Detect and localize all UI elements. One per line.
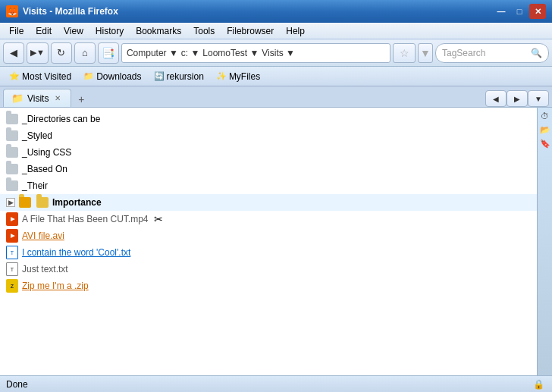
statusbar: Done 🔒 — [0, 375, 552, 392]
window-controls: — □ ✕ — [493, 4, 546, 19]
bookmark-myfiles[interactable]: ✨ MyFiles — [212, 70, 265, 83]
avi-icon: ▶ — [6, 229, 18, 243]
menu-filebrowser[interactable]: Filebrowser — [221, 24, 280, 38]
scroll-left-button[interactable]: ◀ — [485, 90, 507, 107]
folder-icon — [6, 114, 18, 124]
file-name-cool: I contain the word 'Cool'.txt — [22, 247, 130, 258]
tab-menu-button[interactable]: ▼ — [528, 90, 549, 107]
file-name: A File That Has Been CUT.mp4 — [22, 214, 149, 224]
bookmark-rekursion[interactable]: 🔄 rekursion — [149, 70, 209, 83]
scroll-right-button[interactable]: ▶ — [507, 90, 528, 107]
folder-icon-open — [36, 197, 49, 208]
folder-icon: 📁 — [83, 71, 94, 81]
address-computer: Computer ▼ — [127, 48, 178, 58]
star-icon: ⭐ — [9, 71, 20, 81]
expand-button[interactable]: ▶ — [6, 198, 15, 207]
tab-close-button[interactable]: ✕ — [52, 93, 63, 104]
maximize-button[interactable]: □ — [511, 4, 528, 19]
menu-bookmarks[interactable]: Bookmarks — [130, 24, 187, 38]
file-name-avi: AVI file.avi — [22, 230, 64, 241]
txt-icon: T — [6, 262, 18, 276]
list-item[interactable]: T Just text.txt — [0, 261, 537, 278]
statusbar-icon[interactable]: 🔒 — [531, 377, 546, 392]
status-text: Done — [6, 379, 531, 390]
file-name: _Directories can be — [22, 114, 100, 124]
list-item[interactable]: ▶ AVI file.avi — [0, 227, 537, 244]
main-area: _Directories can be _Styled _Using CSS _… — [0, 108, 552, 375]
list-item[interactable]: _Directories can be — [0, 111, 537, 127]
myfiles-icon: ✨ — [216, 71, 227, 81]
address-bar[interactable]: Computer ▼ c: ▼ LoomoTest ▼ Visits ▼ — [121, 43, 390, 63]
mp4-icon: ▶ — [6, 212, 18, 226]
reload-button[interactable]: ↻ — [51, 42, 72, 64]
sidebar-btn-1[interactable]: ⏱ — [538, 109, 552, 123]
bookmarks-bar: ⭐ Most Visited 📁 Downloads 🔄 rekursion ✨… — [0, 67, 552, 86]
tab-folder-icon: 📁 — [11, 93, 24, 104]
folder-icon — [6, 147, 18, 158]
txt-icon: T — [6, 246, 18, 259]
search-bar[interactable]: TagSearch 🔍 — [435, 43, 549, 63]
menu-tools[interactable]: Tools — [187, 24, 221, 38]
star-button[interactable]: ☆ — [393, 43, 416, 63]
menu-history[interactable]: History — [89, 24, 130, 38]
list-item[interactable]: _Using CSS — [0, 144, 537, 161]
bookmark-myfiles-label: MyFiles — [229, 71, 260, 82]
file-list: _Directories can be _Styled _Using CSS _… — [0, 108, 537, 375]
folder-icon — [19, 197, 31, 208]
forward-button[interactable]: ▶▼ — [27, 42, 49, 64]
rekursion-icon: 🔄 — [154, 71, 165, 81]
tagsearch-label: TagSearch — [442, 48, 528, 58]
list-item-importance[interactable]: ▶ Importance — [0, 194, 537, 211]
menu-file[interactable]: File — [3, 24, 30, 38]
menu-view[interactable]: View — [58, 24, 89, 38]
tab-visits[interactable]: 📁 Visits ✕ — [3, 89, 71, 107]
address-loomotest[interactable]: LoomoTest ▼ — [202, 48, 259, 58]
list-item[interactable]: _Based On — [0, 161, 537, 177]
file-name: _Using CSS — [22, 147, 71, 158]
file-name: _Based On — [22, 164, 67, 174]
sidebar-btn-3[interactable]: 🔖 — [538, 136, 552, 150]
menu-help[interactable]: Help — [280, 24, 311, 38]
list-item[interactable]: _Their — [0, 177, 537, 194]
app-icon: 🦊 — [6, 5, 18, 17]
navbar: ◀ ▶▼ ↻ ⌂ 📑 Computer ▼ c: ▼ LoomoTest ▼ V… — [0, 39, 552, 67]
sidebar-btn-2[interactable]: 📂 — [538, 123, 552, 136]
bookmark-most-visited-label: Most Visited — [22, 71, 71, 82]
menu-edit[interactable]: Edit — [30, 24, 58, 38]
back-button[interactable]: ◀ — [3, 42, 24, 64]
file-name: _Their — [22, 180, 48, 191]
file-name-importance: Importance — [52, 197, 102, 208]
home-button[interactable]: ⌂ — [74, 42, 96, 64]
right-sidebar: ⏱ 📂 🔖 — [537, 108, 552, 375]
titlebar: 🦊 Visits - Mozilla Firefox — □ ✕ — [0, 0, 552, 23]
tab-bar: 📁 Visits ✕ + ◀ ▶ ▼ — [0, 86, 552, 108]
file-name: _Styled — [22, 130, 52, 141]
close-button[interactable]: ✕ — [529, 4, 546, 19]
folder-icon — [6, 130, 18, 141]
file-name-txt: Just text.txt — [22, 264, 68, 274]
tab-visits-label: Visits — [27, 93, 49, 104]
zip-icon: Z — [6, 279, 18, 293]
tagsearch-dropdown[interactable]: ▼ — [418, 43, 433, 63]
scissors-icon: ✂ — [154, 213, 163, 225]
bookmark-downloads[interactable]: 📁 Downloads — [79, 70, 146, 83]
list-item[interactable]: Z Zip me I'm a .zip — [0, 278, 537, 294]
folder-icon — [6, 180, 18, 191]
menubar: File Edit View History Bookmarks Tools F… — [0, 23, 552, 39]
window-title: Visits - Mozilla Firefox — [23, 6, 493, 17]
bookmark-rekursion-label: rekursion — [167, 71, 204, 82]
address-visits[interactable]: Visits ▼ — [262, 48, 295, 58]
bookmark-add-button[interactable]: 📑 — [98, 42, 119, 64]
file-name-zip: Zip me I'm a .zip — [22, 281, 89, 291]
folder-icon — [6, 164, 18, 174]
new-tab-button[interactable]: + — [74, 92, 89, 107]
minimize-button[interactable]: — — [493, 4, 510, 19]
list-item[interactable]: ▶ A File That Has Been CUT.mp4 ✂ — [0, 211, 537, 227]
list-item[interactable]: _Styled — [0, 127, 537, 144]
bookmark-downloads-label: Downloads — [96, 71, 141, 82]
bookmark-most-visited[interactable]: ⭐ Most Visited — [5, 70, 76, 83]
list-item[interactable]: T I contain the word 'Cool'.txt — [0, 244, 537, 261]
search-icon: 🔍 — [531, 48, 542, 58]
